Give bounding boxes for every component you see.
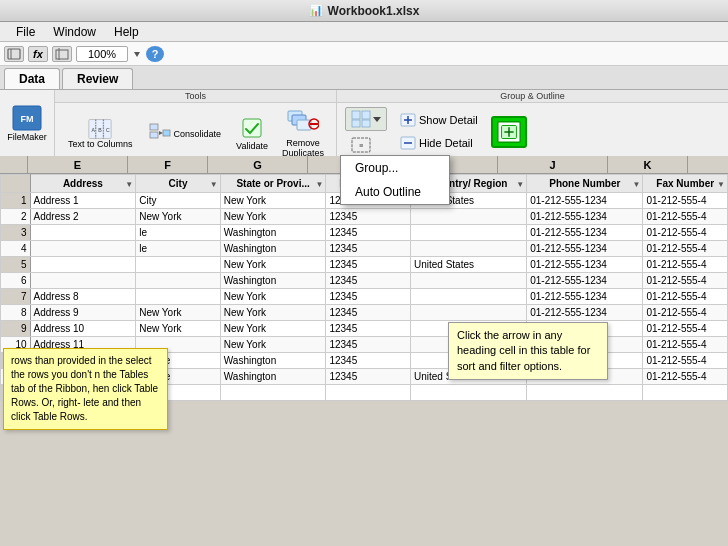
table-cell[interactable]: Washington [220,353,326,369]
table-cell[interactable]: Washington [220,369,326,385]
table-cell[interactable]: 01-212-555-1234 [527,241,643,257]
th-phone[interactable]: Phone Number ▼ [527,175,643,193]
table-cell[interactable] [30,225,136,241]
table-cell[interactable]: New York [220,337,326,353]
group-dropdown-btn[interactable] [345,107,387,131]
th-fax[interactable]: Fax Number ▼ [643,175,728,193]
filter-arrow-fax[interactable]: ▼ [717,179,725,188]
table-cell[interactable]: Washington [220,273,326,289]
table-cell[interactable]: Address 8 [30,289,136,305]
toolbar-btn-fx[interactable]: fx [28,46,48,62]
table-cell[interactable]: 12345 [326,241,411,257]
table-cell[interactable] [410,241,526,257]
table-cell[interactable]: New York [220,193,326,209]
table-cell[interactable]: 12345 [326,337,411,353]
menu-window[interactable]: Window [45,23,104,41]
dropdown-group-item[interactable]: Group... [341,156,449,180]
table-cell[interactable] [30,257,136,273]
table-cell[interactable]: 01-212-555-1234 [527,305,643,321]
table-cell[interactable]: 01-212-555-4 [643,241,728,257]
table-cell[interactable] [326,385,411,401]
table-cell[interactable]: Address 10 [30,321,136,337]
table-cell[interactable]: New York [220,209,326,225]
table-cell[interactable]: le [136,241,221,257]
table-cell[interactable]: 01-212-555-4 [643,273,728,289]
table-cell[interactable]: New York [136,209,221,225]
table-cell[interactable] [30,241,136,257]
table-cell[interactable]: 01-212-555-4 [643,369,728,385]
table-cell[interactable] [643,385,728,401]
table-cell[interactable]: 01-212-555-4 [643,225,728,241]
table-cell[interactable]: Address 1 [30,193,136,209]
table-cell[interactable]: 12345 [326,273,411,289]
th-city[interactable]: City ▼ [136,175,221,193]
table-cell[interactable] [136,257,221,273]
filter-arrow-address[interactable]: ▼ [125,179,133,188]
table-cell[interactable]: 12345 [326,353,411,369]
table-cell[interactable]: 01-212-555-4 [643,321,728,337]
th-state[interactable]: State or Provi... ▼ [220,175,326,193]
table-cell[interactable]: New York [136,321,221,337]
table-cell[interactable]: 12345 [326,225,411,241]
menu-help[interactable]: Help [106,23,147,41]
text-to-columns-btn[interactable]: A B C Text to Columns [63,116,138,152]
table-cell[interactable]: 12345 [326,257,411,273]
table-cell[interactable]: Washington [220,241,326,257]
validate-btn[interactable]: Validate [232,115,272,153]
table-cell[interactable]: Address 2 [30,209,136,225]
filter-arrow-country[interactable]: ▼ [516,179,524,188]
filter-arrow-city[interactable]: ▼ [210,179,218,188]
dropdown-auto-outline-item[interactable]: Auto Outline [341,180,449,204]
table-cell[interactable] [410,305,526,321]
table-cell[interactable]: le [136,225,221,241]
table-cell[interactable] [410,289,526,305]
consolidate-btn[interactable]: Consolidate [144,120,227,148]
table-cell[interactable]: 01-212-555-1234 [527,193,643,209]
table-cell[interactable]: 12345 [326,209,411,225]
table-cell[interactable]: 01-212-555-4 [643,209,728,225]
table-cell[interactable] [136,289,221,305]
table-cell[interactable]: 01-212-555-4 [643,289,728,305]
table-cell[interactable]: 01-212-555-4 [643,257,728,273]
table-cell[interactable]: New York [220,321,326,337]
toolbar-btn-2[interactable] [52,46,72,62]
table-cell[interactable]: United States [410,257,526,273]
table-cell[interactable] [220,385,326,401]
table-cell[interactable]: New York [220,257,326,273]
hide-detail-btn[interactable]: Hide Detail [395,133,483,153]
zoom-arrow-icon[interactable] [132,47,142,61]
table-cell[interactable]: 12345 [326,369,411,385]
toolbar-btn-1[interactable] [4,46,24,62]
tab-data[interactable]: Data [4,68,60,89]
table-cell[interactable] [410,273,526,289]
table-cell[interactable] [410,209,526,225]
table-cell[interactable]: 01-212-555-1234 [527,209,643,225]
auto-outline-btn[interactable]: ≡ [345,134,387,156]
table-cell[interactable]: New York [220,289,326,305]
show-detail-btn[interactable]: Show Detail [395,110,483,130]
table-cell[interactable] [410,385,526,401]
remove-duplicates-btn[interactable]: RemoveDuplicates [278,107,328,161]
table-cell[interactable]: 01-212-555-4 [643,193,728,209]
table-cell[interactable]: 01-212-555-4 [643,353,728,369]
menu-file[interactable]: File [8,23,43,41]
table-cell[interactable]: 01-212-555-1234 [527,289,643,305]
table-cell[interactable]: Address 9 [30,305,136,321]
table-cell[interactable]: New York [136,305,221,321]
zoom-display[interactable]: 100% [76,46,128,62]
table-cell[interactable]: 01-212-555-4 [643,305,728,321]
table-cell[interactable] [527,385,643,401]
table-cell[interactable]: 12345 [326,305,411,321]
table-cell[interactable]: Washington [220,225,326,241]
table-cell[interactable] [136,273,221,289]
table-cell[interactable] [30,273,136,289]
filemaker-btn[interactable]: FM FileMaker [7,104,47,142]
table-cell[interactable]: 01-212-555-1234 [527,225,643,241]
table-cell[interactable] [410,225,526,241]
tab-review[interactable]: Review [62,68,133,89]
help-button[interactable]: ? [146,46,164,62]
filter-arrow-phone[interactable]: ▼ [633,179,641,188]
table-cell[interactable]: 01-212-555-1234 [527,257,643,273]
table-cell[interactable]: 12345 [326,321,411,337]
outline-box-btn[interactable] [491,116,527,148]
